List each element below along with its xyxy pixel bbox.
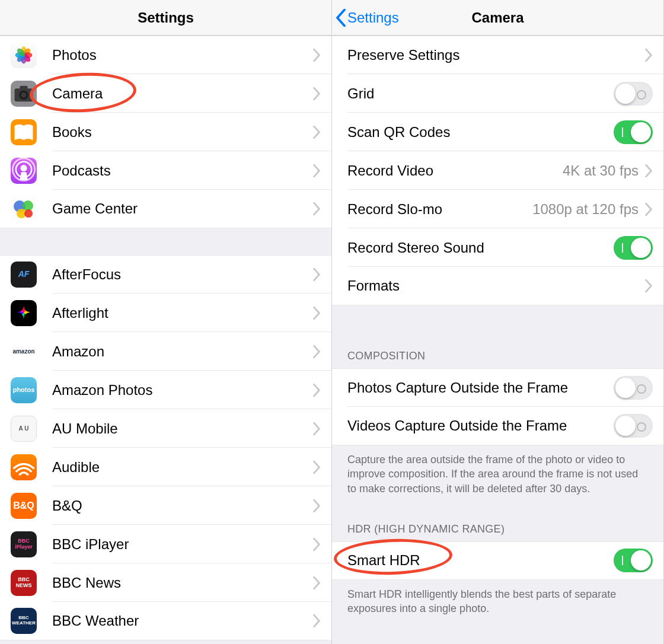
settings-row-bq[interactable]: B&QB&Q xyxy=(0,486,331,525)
scan-qr-codes-switch[interactable] xyxy=(614,120,653,144)
podcasts-icon xyxy=(11,158,37,184)
chevron-right-icon xyxy=(312,202,321,215)
row-label: Camera xyxy=(52,85,307,102)
row-label: Record Stereo Sound xyxy=(347,240,614,256)
camera-title: Camera xyxy=(471,9,523,26)
row-detail: 1080p at 120 fps xyxy=(532,201,639,218)
settings-row-afterfocus[interactable]: AFAfterFocus xyxy=(0,255,331,294)
row-label: Smart HDR xyxy=(347,552,614,569)
au-icon: A U xyxy=(11,416,37,442)
record-stereo-sound-switch[interactable] xyxy=(614,236,653,260)
row-label: Game Center xyxy=(52,200,307,217)
chevron-right-icon xyxy=(644,279,653,292)
camera-row-photos-capture-outside-the-frame: Photos Capture Outside the Frame xyxy=(332,368,663,407)
settings-row-afterlight[interactable]: ✦Afterlight xyxy=(0,294,331,332)
settings-row-photos[interactable]: Photos xyxy=(0,36,331,74)
afterlight-icon: ✦ xyxy=(11,300,37,326)
chevron-right-icon xyxy=(644,49,653,62)
row-label: Record Video xyxy=(347,162,557,179)
svg-point-10 xyxy=(21,92,27,97)
camera-row-grid: Grid xyxy=(332,74,663,113)
chevron-right-icon xyxy=(312,538,321,551)
camera-row-record-slo-mo[interactable]: Record Slo-mo1080p at 120 fps xyxy=(332,190,663,228)
settings-row-books[interactable]: Books xyxy=(0,113,331,151)
row-label: BBC News xyxy=(52,575,307,591)
row-label: Grid xyxy=(347,85,614,102)
back-button[interactable]: Settings xyxy=(336,0,399,35)
row-label: Scan QR Codes xyxy=(347,124,614,141)
settings-row-amazon[interactable]: amazonAmazon xyxy=(0,332,331,371)
grid-switch[interactable] xyxy=(614,82,653,106)
settings-row-audible[interactable]: Audible xyxy=(0,448,331,486)
chevron-right-icon xyxy=(644,164,653,177)
chevron-right-icon xyxy=(312,576,321,589)
back-label: Settings xyxy=(347,9,399,26)
row-label: B&Q xyxy=(52,498,307,514)
chevron-right-icon xyxy=(312,461,321,474)
chevron-right-icon xyxy=(312,126,321,139)
settings-row-bbciplayer[interactable]: BBCiPlayerBBC iPlayer xyxy=(0,525,331,563)
settings-row-amazonphotos[interactable]: photosAmazon Photos xyxy=(0,371,331,409)
chevron-right-icon xyxy=(312,345,321,358)
settings-row-au[interactable]: A UAU Mobile xyxy=(0,409,331,448)
camera-row-videos-capture-outside-the-frame: Videos Capture Outside the Frame xyxy=(332,407,663,445)
settings-row-gamecenter[interactable]: Game Center xyxy=(0,190,331,228)
row-label: Preserve Settings xyxy=(347,47,639,63)
camera-icon xyxy=(11,81,37,107)
bbcweather-icon: BBCWEATHER xyxy=(11,608,37,634)
row-label: Amazon xyxy=(52,343,307,360)
row-label: Videos Capture Outside the Frame xyxy=(347,417,614,434)
row-label: BBC iPlayer xyxy=(52,536,307,553)
row-label: AfterFocus xyxy=(52,266,307,283)
row-detail: 4K at 30 fps xyxy=(563,162,639,179)
settings-row-bbcnews[interactable]: BBCNEWSBBC News xyxy=(0,563,331,602)
bbcnews-icon: BBCNEWS xyxy=(11,570,37,596)
chevron-right-icon xyxy=(312,499,321,512)
row-label: BBC Weather xyxy=(52,613,307,629)
row-label: Photos Capture Outside the Frame xyxy=(347,380,614,396)
row-label: Audible xyxy=(52,459,307,476)
row-label: Books xyxy=(52,124,307,141)
settings-row-camera[interactable]: Camera xyxy=(0,74,331,113)
chevron-right-icon xyxy=(644,203,653,216)
books-icon xyxy=(11,119,37,145)
settings-row-podcasts[interactable]: Podcasts xyxy=(0,151,331,190)
settings-title: Settings xyxy=(138,9,194,26)
camera-row-record-video[interactable]: Record Video4K at 30 fps xyxy=(332,151,663,190)
chevron-right-icon xyxy=(312,87,321,100)
settings-panel: Settings PhotosCameraBooksPodcastsGame C… xyxy=(0,0,332,644)
section-header: COMPOSITION xyxy=(332,332,663,368)
settings-row-bbcweather[interactable]: BBCWEATHERBBC Weather xyxy=(0,602,331,640)
settings-navbar: Settings xyxy=(0,0,331,36)
section-footer: Capture the area outside the frame of th… xyxy=(332,445,663,505)
chevron-right-icon xyxy=(312,164,321,177)
row-label: Record Slo-mo xyxy=(347,201,526,218)
row-label: Amazon Photos xyxy=(52,382,307,398)
camera-row-scan-qr-codes: Scan QR Codes xyxy=(332,113,663,151)
videos-capture-outside-the-frame-switch[interactable] xyxy=(614,414,653,438)
camera-row-smart-hdr: Smart HDR xyxy=(332,541,663,580)
row-label: Formats xyxy=(347,278,639,294)
photos-icon xyxy=(11,42,37,68)
smart-hdr-switch[interactable] xyxy=(614,549,653,572)
chevron-right-icon xyxy=(312,614,321,627)
photos-capture-outside-the-frame-switch[interactable] xyxy=(614,376,653,400)
chevron-right-icon xyxy=(312,384,321,397)
camera-row-formats[interactable]: Formats xyxy=(332,267,663,305)
svg-rect-11 xyxy=(20,85,27,90)
section-header: HDR (HIGH DYNAMIC RANGE) xyxy=(332,505,663,541)
amazonphotos-icon: photos xyxy=(11,377,37,403)
chevron-right-icon xyxy=(312,268,321,281)
bq-icon: B&Q xyxy=(11,493,37,519)
row-label: Afterlight xyxy=(52,305,307,321)
camera-row-preserve-settings[interactable]: Preserve Settings xyxy=(332,36,663,74)
chevron-right-icon xyxy=(312,422,321,435)
settings-scroller[interactable]: PhotosCameraBooksPodcastsGame CenterAFAf… xyxy=(0,36,331,644)
row-label: AU Mobile xyxy=(52,420,307,437)
chevron-right-icon xyxy=(312,49,321,62)
camera-row-record-stereo-sound: Record Stereo Sound xyxy=(332,228,663,267)
bbciplayer-icon: BBCiPlayer xyxy=(11,531,37,557)
chevron-right-icon xyxy=(312,307,321,320)
chevron-left-icon xyxy=(336,9,346,27)
camera-scroller[interactable]: Preserve SettingsGridScan QR CodesRecord… xyxy=(332,36,663,644)
